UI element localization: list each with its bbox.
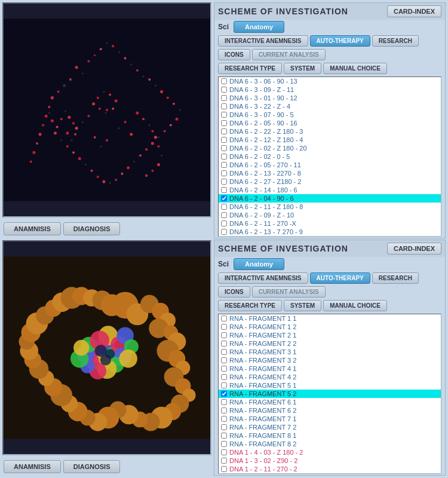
list-bottom[interactable]: DNA ?FRAGMENT 8 1RNA - FRAGMENT 1 1RNA -… <box>218 314 441 474</box>
toolbar-manual-choice-top[interactable]: MANUAL CHOICE <box>323 63 387 74</box>
list-item-checkbox[interactable] <box>221 315 227 321</box>
list-item-checkbox[interactable] <box>221 449 227 455</box>
toolbar-system-bottom[interactable]: SYSTEM <box>284 300 321 311</box>
list-item[interactable]: DNA 6 - 2 - 22 - Z 180 - 3 <box>219 127 441 136</box>
list-item-checkbox[interactable] <box>221 416 227 422</box>
list-item-checkbox[interactable] <box>221 424 227 430</box>
list-item[interactable]: DNA 6 - 2 - 05 - 270 - 11 <box>219 161 441 169</box>
list-item-checkbox[interactable] <box>221 324 227 330</box>
list-item-checkbox[interactable] <box>221 128 227 134</box>
list-item[interactable]: DNA 6 - 2 - 14 - 180 - 6 <box>219 186 441 194</box>
list-item-checkbox[interactable] <box>221 112 227 118</box>
tab-interactive-anemnesis-top[interactable]: INTERACTIVE ANEMNESIS <box>218 35 308 47</box>
list-item[interactable]: DNA 6 - 3 - 01 - 90 - 12 <box>219 94 441 102</box>
list-item[interactable]: RNA - FRAGMENT 5 2 <box>219 390 441 398</box>
list-top[interactable]: DNA 6 - 3 - 05 - 90 - 15DNA 6 - 3 - 06 -… <box>218 76 441 237</box>
anamnisis-button-top[interactable]: ANAMNISIS <box>4 222 61 235</box>
list-item[interactable]: DNA 6 - 2 - 05 - 90 - 16 <box>219 119 441 127</box>
list-item-checkbox[interactable] <box>221 433 227 439</box>
list-item-checkbox[interactable] <box>221 366 227 372</box>
list-item-checkbox[interactable] <box>221 103 227 109</box>
list-item-checkbox[interactable] <box>221 391 227 397</box>
list-item[interactable]: DNA 1 - 4 - 03 - Z 180 - 2 <box>219 448 441 456</box>
list-item-checkbox[interactable] <box>221 220 227 226</box>
list-item[interactable]: RNA - FRAGMENT 5 1 <box>219 381 441 390</box>
list-item[interactable]: DNA 6 - 2 - 27 - Z180 - 2 <box>219 177 441 186</box>
list-item-checkbox[interactable] <box>221 341 227 347</box>
list-item[interactable]: RNA - FRAGMENT 7 1 <box>219 415 441 423</box>
tab-research-bottom[interactable]: RESEARCH <box>372 272 419 284</box>
toolbar-current-analysis-top[interactable]: CURRENT ANALYSIS <box>252 49 326 60</box>
list-item[interactable]: RNA - FRAGMENT 7 2 <box>219 423 441 431</box>
tab-auto-therapy-bottom[interactable]: AUTO-THERAPY <box>310 272 370 284</box>
list-item-checkbox[interactable] <box>221 441 227 447</box>
diagnosis-button-top[interactable]: DIAGNOSIS <box>63 222 121 235</box>
list-item-checkbox[interactable] <box>221 466 227 472</box>
list-item[interactable]: RNA - FRAGMENT 1 1 <box>219 314 441 323</box>
toolbar-icons-bottom[interactable]: ICONS <box>218 286 250 298</box>
list-item-checkbox[interactable] <box>221 382 227 388</box>
list-item[interactable]: RNA - FRAGMENT 3 1 <box>219 348 441 356</box>
list-item-checkbox[interactable] <box>221 229 227 235</box>
list-item[interactable]: DNA 6 - 2 - 02 - Z 180 - 20 <box>219 144 441 152</box>
anatomy-btn-top[interactable]: Anatomy <box>234 21 284 33</box>
list-item-checkbox[interactable] <box>221 204 227 210</box>
list-item-checkbox[interactable] <box>221 162 227 168</box>
list-item[interactable]: RNA - FRAGMENT 6 2 <box>219 406 441 415</box>
list-item[interactable]: DNA 6 - 3 - 07 - 90 - 5 <box>219 111 441 119</box>
list-item[interactable]: RNA - FRAGMENT 1 2 <box>219 323 441 331</box>
list-item-checkbox[interactable] <box>221 154 227 160</box>
list-item-checkbox[interactable] <box>221 332 227 338</box>
tab-auto-therapy-top[interactable]: AUTO-THERAPY <box>310 35 370 47</box>
list-item[interactable]: RNA - FRAGMENT 4 2 <box>219 373 441 381</box>
list-item[interactable]: RNA - FRAGMENT 3 2 <box>219 356 441 364</box>
list-item-checkbox[interactable] <box>221 137 227 143</box>
toolbar-system-top[interactable]: SYSTEM <box>284 63 321 74</box>
list-item-checkbox[interactable] <box>221 87 227 93</box>
list-item[interactable]: DNA 6 - 2 - 11 - 270 -X <box>219 219 441 228</box>
list-item-checkbox[interactable] <box>221 95 227 101</box>
list-item-checkbox[interactable] <box>221 187 227 193</box>
list-item[interactable]: DNA 6 - 2 - 13 - 2270 - 8 <box>219 169 441 177</box>
list-item-checkbox[interactable] <box>221 78 227 84</box>
list-item-checkbox[interactable] <box>221 212 227 218</box>
list-item-checkbox[interactable] <box>221 145 227 151</box>
list-item[interactable]: RNA - FRAGMENT 6 1 <box>219 398 441 406</box>
list-item-checkbox[interactable] <box>221 195 227 201</box>
list-item[interactable]: RNA - FRAGMENT 2 2 <box>219 339 441 348</box>
list-item[interactable]: RNA - FRAGMENT 2 1 <box>219 331 441 339</box>
card-index-btn-top[interactable]: CARD-INDEX <box>387 5 441 17</box>
list-item[interactable]: DNA 6 - 2 - 09 - Z - 10 <box>219 211 441 219</box>
toolbar-icons-top[interactable]: ICONS <box>218 49 250 60</box>
anatomy-btn-bottom[interactable]: Anatomy <box>234 258 284 270</box>
card-index-btn-bottom[interactable]: CARD-INDEX <box>387 243 441 255</box>
list-item-checkbox[interactable] <box>221 170 227 176</box>
list-item[interactable]: DNA 1 - 2 - 11 - 270 - 2 <box>219 465 441 473</box>
toolbar-manual-choice-bottom[interactable]: MANUAL CHOICE <box>323 300 387 311</box>
tab-interactive-anemnesis-bottom[interactable]: INTERACTIVE ANEMNESIS <box>218 272 308 284</box>
anamnisis-button-bottom[interactable]: ANAMNISIS <box>4 460 61 473</box>
toolbar-current-analysis-bottom[interactable]: CURRENT ANALYSIS <box>252 286 326 298</box>
toolbar-research-type-top[interactable]: RESEARCH TYPE <box>218 63 282 74</box>
toolbar-research-type-bottom[interactable]: RESEARCH TYPE <box>218 300 282 311</box>
list-item[interactable]: DNA 6 - 2 - 12 - Z 180 - 4 <box>219 136 441 144</box>
list-item-checkbox[interactable] <box>221 120 227 126</box>
list-item[interactable]: RNA - FRAGMENT 8 2 <box>219 440 441 448</box>
list-item[interactable]: DNA 6 - 3 - 22 - Z - 4 <box>219 102 441 111</box>
list-item-checkbox[interactable] <box>221 399 227 405</box>
list-item[interactable]: DNA 6 - 2 - 13 - 7 270 - 9 <box>219 228 441 236</box>
list-item[interactable]: DNA 6 - 3 - 06 - 90 - 13 <box>219 77 441 85</box>
list-item[interactable]: DNA 1 - 3 - 02 - Z90 - 2 <box>219 456 441 465</box>
list-item[interactable]: DNA 6 - 2 - 04 - 90 - 6 <box>219 194 441 203</box>
list-item[interactable]: DNA 6 - 2 - 11 - Z 180 - 8 <box>219 203 441 211</box>
list-item-checkbox[interactable] <box>221 179 227 185</box>
diagnosis-button-bottom[interactable]: DIAGNOSIS <box>63 460 121 473</box>
list-item-checkbox[interactable] <box>221 407 227 413</box>
tab-research-top[interactable]: RESEARCH <box>372 35 419 47</box>
list-item[interactable]: DNA 6 - 2 - 02 - 0 - 5 <box>219 152 441 161</box>
list-item[interactable]: RNA - FRAGMENT 8 1 <box>219 431 441 440</box>
list-item-checkbox[interactable] <box>221 458 227 464</box>
list-item-checkbox[interactable] <box>221 349 227 355</box>
list-item-checkbox[interactable] <box>221 357 227 363</box>
list-item[interactable]: RNA - FRAGMENT 4 1 <box>219 364 441 373</box>
